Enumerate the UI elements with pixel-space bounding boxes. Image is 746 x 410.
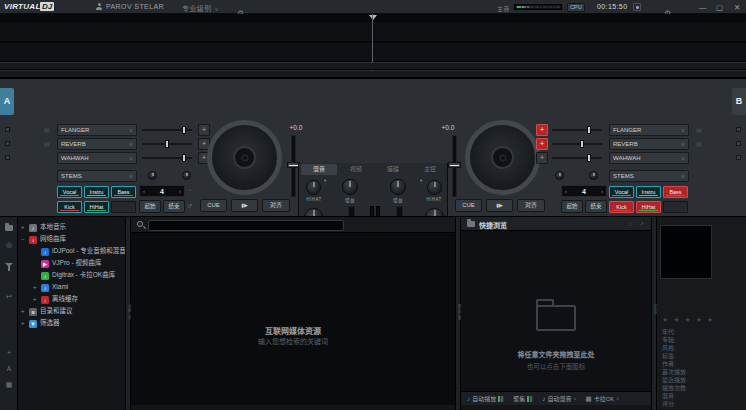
deck-b-jog-hub[interactable]	[491, 146, 514, 169]
channel-2-gain-knob[interactable]	[390, 179, 406, 195]
deck-a-stems-knob-2[interactable]	[182, 171, 191, 180]
fx-panel-icon[interactable]: ▤	[44, 126, 50, 133]
deck-b-loop-in-button[interactable]: 起始	[561, 200, 583, 213]
deck-a-jog-hub[interactable]	[233, 146, 256, 169]
minimize-button[interactable]: —	[699, 3, 707, 12]
deck-b-fx1-select[interactable]: FLANGER	[609, 124, 689, 136]
fx-panel-icon[interactable]: ▤	[44, 140, 50, 147]
deck-a-rail-icon[interactable]	[5, 141, 10, 146]
mixer-right-fx-knob[interactable]	[427, 180, 442, 195]
loop-decrease-icon[interactable]: ‹	[143, 188, 145, 194]
deck-b-stem-empty-pad[interactable]	[663, 201, 688, 213]
deck-b-loop-out-button[interactable]: 结束	[585, 200, 607, 213]
deck-a-fx3-slider[interactable]	[142, 152, 192, 164]
deck-b-fx3-select[interactable]: WAHWAH	[609, 152, 689, 164]
loop-increase-icon[interactable]: ›	[179, 188, 181, 194]
deck-b-fx3-slider[interactable]	[552, 152, 602, 164]
deck-b-fx3-add-button[interactable]: +	[536, 152, 548, 164]
deck-b-stem-vocal[interactable]: Vocal	[609, 186, 634, 198]
deck-a-fx2-slider[interactable]	[142, 138, 192, 150]
deck-b-stems-select[interactable]: STEMS	[609, 170, 689, 182]
expander[interactable]: +	[33, 281, 37, 293]
search-input[interactable]	[148, 220, 344, 231]
deck-b-fx1-add-button[interactable]: +	[536, 124, 548, 136]
deck-b-fx2-slider[interactable]	[552, 138, 602, 150]
deck-a-cue-button[interactable]: CUE	[200, 199, 227, 212]
panels-icon[interactable]: ▦	[0, 381, 18, 389]
loop-decrease-icon[interactable]: ‹	[565, 188, 567, 194]
deck-a-loop-in-button[interactable]: 起始	[139, 200, 161, 213]
tree-item-local-music[interactable]: + ♪ 本地音乐	[18, 221, 125, 233]
deck-b-sync-button[interactable]: 对齐	[517, 199, 545, 212]
deck-b-fx2-add-button[interactable]: +	[536, 138, 548, 150]
deck-b-loop-size[interactable]: ‹4›	[561, 185, 607, 197]
expander[interactable]: −	[21, 233, 25, 245]
deck-b-fx2-select[interactable]: REVERB	[609, 138, 689, 150]
filter-funnel-icon[interactable]	[5, 263, 13, 267]
karaoke-tab[interactable]: ▦卡拉OK˅	[585, 394, 619, 403]
deck-a-fx3-select[interactable]: WAHWAH	[57, 152, 137, 164]
deck-b-rail-icon[interactable]	[736, 155, 741, 160]
deck-a-fx2-select[interactable]: REVERB	[57, 138, 137, 150]
deck-b-rail-icon[interactable]	[736, 127, 741, 132]
expander[interactable]: +	[21, 221, 25, 233]
mixer-left-fx-knob[interactable]	[306, 180, 321, 195]
back-icon[interactable]: ↩	[0, 293, 18, 301]
autoplay-toggle[interactable]: ♪自动播放	[467, 394, 504, 403]
channel-1-gain-knob[interactable]	[342, 179, 358, 195]
deck-a-stem-empty-pad[interactable]	[111, 201, 136, 213]
mixer-tab-video[interactable]: 视频	[338, 164, 374, 175]
user-name[interactable]: PAROV STELAR	[106, 3, 164, 10]
popout-icon[interactable]: ↗	[639, 220, 644, 227]
deck-a-stem-bass[interactable]: Bass	[111, 186, 136, 198]
deck-a-stems-knob-1[interactable]	[148, 171, 157, 180]
deck-a-tab[interactable]: A	[0, 88, 14, 115]
tree-item-idjpool[interactable]: ♪ iDJPool - 专业音频和混音	[18, 245, 125, 257]
deck-a-fx1-add-button[interactable]: +	[198, 124, 210, 136]
font-size-icon[interactable]: A	[0, 365, 18, 372]
deck-a-overview-waveform[interactable]	[0, 63, 746, 70]
add-icon[interactable]: +	[0, 349, 18, 356]
shortcut-drop-zone[interactable]: 将任意文件夹拖拽至此处 也可以点击下面图标	[461, 231, 651, 391]
close-button[interactable]: ✕	[734, 3, 740, 12]
deck-b-play-button[interactable]: ▮▶	[486, 199, 513, 212]
deck-b-cue-button[interactable]: CUE	[455, 199, 482, 212]
tree-item-online-library[interactable]: − ♪ 网络曲库	[18, 233, 125, 245]
tree-item-vjpro[interactable]: ▶ VJPro - 视频曲库	[18, 257, 125, 269]
deck-b-pitch-handle[interactable]	[448, 162, 461, 168]
deck-b-stem-hihat[interactable]: HiHat	[636, 201, 661, 213]
mixer-tab-scratch[interactable]: 搓碟	[375, 164, 411, 175]
waveform-display[interactable]	[0, 22, 746, 62]
mixer-tab-mixer[interactable]: 混音	[301, 164, 337, 175]
fx-select-caret-icon[interactable]: ▾	[420, 178, 422, 183]
deck-a-rail-icon[interactable]	[5, 155, 10, 160]
fx-panel-icon[interactable]: ▤	[696, 126, 702, 133]
deck-a-stems-select[interactable]: STEMS	[57, 170, 137, 182]
deck-a-loop-size[interactable]: ‹4›	[139, 185, 185, 197]
deck-a-stem-vocal[interactable]: Vocal	[57, 186, 82, 198]
file-list-panel[interactable]: 互联网媒体资源 输入您想检索的关键词	[131, 233, 455, 405]
deck-a-stem-kick[interactable]: Kick	[57, 201, 82, 213]
deck-a-stem-instru[interactable]: Instru	[84, 186, 109, 198]
deck-a-rail-icon[interactable]	[5, 127, 10, 132]
tree-item-xiami[interactable]: + ♪ Xiami	[18, 281, 125, 293]
deck-b-stem-kick[interactable]: Kick	[609, 201, 634, 213]
fx-panel-icon[interactable]: ▤	[696, 140, 702, 147]
expander[interactable]: +	[33, 293, 37, 305]
tree-item-offline-cache[interactable]: + ↓ 离线缓存	[18, 293, 125, 305]
deck-a-play-button[interactable]: ▮▶	[231, 199, 258, 212]
maximize-button[interactable]: ▢	[716, 3, 723, 12]
loop-increase-icon[interactable]: ›	[601, 188, 603, 194]
home-icon[interactable]: ⌂	[628, 220, 632, 227]
deck-b-fx1-slider[interactable]	[552, 124, 602, 136]
smart-loop-icon[interactable]: ↺	[187, 202, 192, 209]
folders-icon[interactable]	[5, 225, 13, 231]
focus-toggle[interactable]: 聚焦	[513, 394, 533, 403]
deck-b-stem-instru[interactable]: Instru	[636, 186, 661, 198]
mixer-tab-master[interactable]: 主控	[412, 164, 448, 175]
deck-a-fx1-select[interactable]: FLANGER	[57, 124, 137, 136]
expander[interactable]: +	[21, 305, 25, 317]
automix-tab[interactable]: ♪自动混音˅	[542, 394, 576, 403]
record-icon[interactable]	[633, 3, 641, 11]
deck-a-loop-out-button[interactable]: 结束	[163, 200, 185, 213]
